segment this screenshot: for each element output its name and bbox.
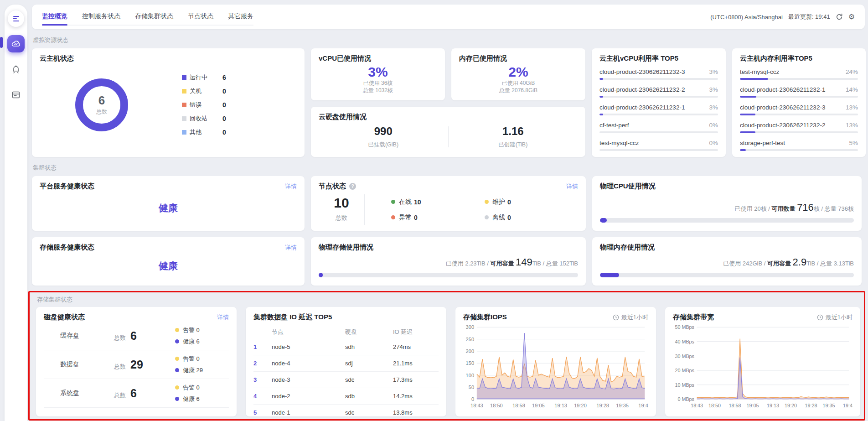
alarm-bell-icon [11,64,21,74]
svg-text:19:28: 19:28 [596,403,609,408]
healthy-dot [175,368,179,372]
physical-memory-progress-bar [600,273,854,277]
node-status-legend: 在线 10 异常 0 维护 0 [365,198,578,222]
node-status-detail-link[interactable]: 详情 [566,182,578,191]
vm-name[interactable]: cloud-product-230626211232-2 [740,122,825,129]
bandwidth-chart: 0 MBps10 MBps20 MBps30 MBps40 MBps50 MBp… [673,323,852,411]
vm-name[interactable]: cf-test-perf [599,122,629,129]
top5-row: cloud-product-230626211232-213% [740,119,858,137]
tab-storage-cluster-status[interactable]: 存储集群状态 [135,8,173,25]
disk-mounted-stat: 990 已挂载(GiB) [319,125,448,149]
legend-item-error: 错误 0 [182,101,226,109]
svg-text:19:05: 19:05 [747,402,759,408]
disk-health-row-system: 系统盘 总数6 告警 0 健康 6 [44,379,229,408]
memory-top5-title: 云主机内存利用率TOP5 [740,54,858,63]
main-content: 监控概览 控制服务状态 存储集群状态 节点状态 其它服务 (UTC+0800) … [32,5,865,421]
sidebar-item-monitor-overview[interactable] [7,35,25,52]
refresh-icon [836,13,843,21]
memory-top5-list: test-mysql-ccz24% cloud-product-23062621… [740,66,858,155]
vm-status-legend: 运行中 6 关机 0 错误 0 [182,73,226,136]
legend-item-online: 在线 10 [391,198,485,206]
physical-memory-stats: 已使用 242GiB / 可用容量 2.9TiB / 总量 3.13TiB [600,256,854,268]
cluster-status-grid: 平台服务健康状态 详情 健康 节点状态? 详情 10 总数 [32,176,865,286]
node-total-count: 10 [319,195,364,210]
refresh-button[interactable] [836,13,843,21]
tab-node-status[interactable]: 节点状态 [188,8,213,25]
node-status-title: 节点状态 [319,182,346,190]
storage-cluster-section-highlight: 存储集群状态 磁盘健康状态 详情 缓存盘 总数6 告警 0 健康 6 [28,291,865,421]
tab-other-services[interactable]: 其它服务 [228,8,253,25]
sidebar-active-indicator [0,37,3,48]
table-row: 4 node-2 sdb 14.2ms [253,388,439,405]
legend-swatch [182,116,186,121]
disk-health-detail-link[interactable]: 详情 [217,313,229,322]
tab-monitor-overview[interactable]: 监控概览 [42,8,67,25]
svg-text:300: 300 [466,324,475,330]
legend-item-abnormal: 异常 0 [391,213,485,222]
physical-storage-stats: 已使用 2.23TiB / 可用容量 149TiB / 总量 152TiB [319,256,578,268]
svg-text:0: 0 [471,396,474,402]
vm-name[interactable]: cloud-product-230626211232-3 [740,104,825,111]
settings-gear-icon[interactable]: ⚙ [848,13,855,21]
time-range-label: 最近1小时 [817,313,852,322]
vm-name[interactable]: cloud-product-230626211232-3 [599,68,685,75]
usage-bar [740,78,858,80]
vm-name[interactable]: test-mysql-ccz [740,68,779,75]
top5-row: cloud-product-230626211232-13% [599,101,718,119]
io-latency-card: 集群数据盘 IO 延迟 TOP5 0 节点 硬盘 IO 延迟 1 node-5 … [246,307,446,416]
healthy-dot [175,339,179,343]
vm-name[interactable]: test-mysql-ccz [599,140,639,146]
bandwidth-chart-title: 存储集群带宽 [673,313,714,322]
topbar-right: (UTC+0800) Asia/Shanghai 最近更新: 19:41 ⚙ [710,5,855,29]
physical-storage-progress-bar [319,273,578,277]
memory-usage-card: 内存已使用情况 2% 已使用 40GiB 总量 2076.8GiB [451,48,585,100]
physical-cpu-stats: 已使用 20核 / 可用数量 716核 / 总量 736核 [600,202,854,213]
storage-health-detail-link[interactable]: 详情 [285,244,297,252]
vm-name[interactable]: storage-perf-test [740,140,785,146]
svg-text:18:50: 18:50 [708,402,721,408]
platform-health-card: 平台服务健康状态 详情 健康 [32,176,305,231]
svg-text:30 MBps: 30 MBps [675,353,694,359]
vcpu-top5-card: 云主机vCPU利用率 TOP5 cloud-product-2306262112… [592,48,726,157]
top5-row: cloud-product-230626211232-313% [740,101,858,119]
vcpu-usage-percent: 3% [319,64,437,79]
vm-name[interactable]: cloud-product-230626211232-1 [599,104,685,111]
storage-health-title: 存储服务健康状态 [40,243,94,252]
legend-item-other: 其他 0 [182,128,226,136]
svg-text:0 MBps: 0 MBps [677,396,694,402]
vm-name[interactable]: cloud-product-230626211232-2 [599,86,685,93]
svg-text:19:43: 19:43 [638,403,648,408]
usage-bar [740,149,858,151]
tab-control-service-status[interactable]: 控制服务状态 [82,8,120,25]
svg-text:150: 150 [466,360,475,366]
memory-usage-percent: 2% [459,64,578,79]
warn-dot [175,357,179,361]
clock-icon [613,314,619,321]
usage-bar [599,96,718,98]
io-table-header: 0 节点 硬盘 IO 延迟 [253,325,439,339]
disk-health-row-data: 数据盘 总数29 告警 0 健康 29 [44,350,229,379]
physical-cpu-available: 716 [797,202,814,213]
warn-dot [175,385,179,390]
platform-health-detail-link[interactable]: 详情 [285,182,297,191]
sidebar-item-alerts[interactable] [7,61,25,78]
warn-dot [175,328,179,332]
disk-health-row-cache: 缓存盘 总数6 告警 0 健康 6 [44,322,229,350]
usage-bar [599,149,718,151]
vm-name[interactable]: cloud-product-230626211232-1 [740,86,825,93]
physical-memory-card: 物理内存使用情况 已使用 242GiB / 可用容量 2.9TiB / 总量 3… [592,237,862,286]
usage-bar [740,114,858,115]
vcpu-usage-title: vCPU已使用情况 [319,54,437,63]
legend-item-shutdown: 关机 0 [182,87,226,95]
vcpu-total-label: 总量 1032核 [319,87,437,94]
section-label-storage-cluster: 存储集群状态 [37,296,858,304]
help-icon[interactable]: ? [349,183,356,190]
physical-cpu-progress-bar [600,218,854,223]
sidebar-item-reports[interactable] [7,86,25,104]
vm-status-title: 云主机状态 [40,54,297,63]
vcpu-top5-list: cloud-product-230626211232-33% cloud-pro… [599,66,718,155]
top5-row: cloud-product-230626211232-23% [599,83,718,101]
svg-text:19:20: 19:20 [574,403,587,408]
physical-memory-title: 物理内存使用情况 [600,243,854,252]
menu-toggle-button[interactable] [8,10,24,27]
